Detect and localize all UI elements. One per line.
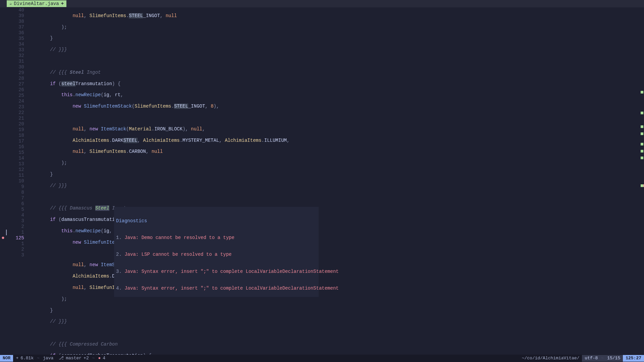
- sign-column: ●: [0, 7, 6, 355]
- file-path: ~/co/id/AlchimiaVitae/: [519, 355, 582, 362]
- diagnostic-item[interactable]: 3. Java: Syntax error, insert ";" to com…: [116, 269, 317, 275]
- diagnostic-item[interactable]: 4. Java: Syntax error, insert ";" to com…: [116, 286, 317, 291]
- diagnostic-item[interactable]: 1. Java: Demo cannot be resolved to a ty…: [116, 235, 317, 241]
- line-number-gutter: 40 39 38 37 36 35 34 33 32 31 30 29 28 2…: [6, 7, 27, 355]
- secondary-cursor-bar: [6, 230, 7, 235]
- diagnostics-popup[interactable]: Diagnostics 1. Java: Demo cannot be reso…: [114, 207, 319, 297]
- java-file-icon: ☕: [9, 1, 12, 6]
- file-info: + 6.81k ~ java: [13, 355, 56, 362]
- diagnostic-item[interactable]: 2. Java: LSP cannot be resolved to a typ…: [116, 252, 317, 257]
- tab-divinealtar[interactable]: ☕ DivineAltar.java +: [7, 0, 66, 7]
- tab-bar: ☕ DivineAltar.java +: [0, 0, 644, 7]
- code-area[interactable]: null, SlimefunItems.STEEL_INGOT, null );…: [27, 7, 644, 355]
- mode-indicator: NOR: [0, 355, 13, 362]
- git-info: ⎇ master +2 ~ ● 4: [56, 355, 108, 362]
- tab-filename: DivineAltar.java: [14, 1, 59, 7]
- statusline: NOR + 6.81k ~ java ⎇ master +2 ~ ● 4 ~/c…: [0, 355, 644, 362]
- cursor-position: 125:27: [623, 355, 644, 362]
- git-branch-icon: ⎇: [59, 356, 64, 361]
- tab-modified-indicator: +: [61, 1, 64, 7]
- scrollbar-indicators: [640, 7, 644, 355]
- editor[interactable]: ● 40 39 38 37 36 35 34 33 32 31 30 29 28…: [0, 7, 644, 355]
- error-sign-icon: ●: [1, 235, 5, 241]
- diagnostics-title: Diagnostics: [116, 218, 317, 224]
- encoding-info: utf-8 ~ 15/15: [582, 355, 623, 362]
- error-count-icon: ●: [98, 356, 101, 361]
